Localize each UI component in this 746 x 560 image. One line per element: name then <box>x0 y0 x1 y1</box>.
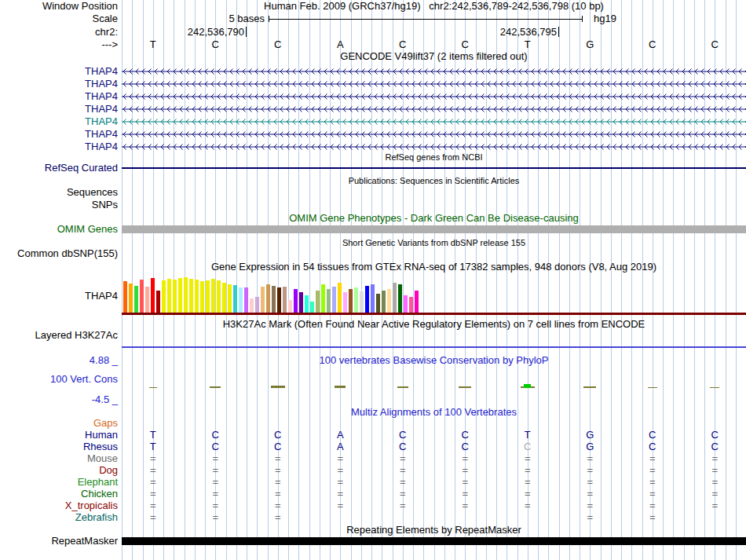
gencode-track-title[interactable]: GENCODE V49lift37 (2 items filtered out) <box>122 51 746 62</box>
alignment-cell: C <box>496 441 559 452</box>
gtex-track-title[interactable]: Gene Expression in 54 tissues from GTEx … <box>122 262 746 273</box>
gtex-tissue-bar[interactable] <box>266 284 270 313</box>
gtex-tissue-bar[interactable] <box>376 294 380 313</box>
gtex-tissue-bar[interactable] <box>255 297 259 313</box>
gtex-tissue-bar[interactable] <box>409 297 413 313</box>
gtex-tissue-bar[interactable] <box>343 292 347 313</box>
gtex-expression-bars[interactable] <box>123 276 420 313</box>
gtex-tissue-bar[interactable] <box>415 291 419 313</box>
alignment-cell: = <box>122 453 185 464</box>
gtex-tissue-bar[interactable] <box>140 280 144 313</box>
gtex-tissue-bar[interactable] <box>305 295 309 313</box>
conservation-mark <box>149 387 157 388</box>
gtex-tissue-bar[interactable] <box>310 302 314 313</box>
dbsnp-track-title[interactable]: Short Genetic Variants from dbSNP releas… <box>122 238 746 247</box>
gtex-tissue-bar[interactable] <box>288 300 292 313</box>
gtex-tissue-bar[interactable] <box>404 295 408 313</box>
conservation-mark <box>648 387 657 388</box>
multiz-track-title[interactable]: Multiz Alignments of 100 Vertebrates <box>122 407 746 418</box>
gtex-tissue-bar[interactable] <box>134 286 138 313</box>
base-ruler[interactable]: TCCACCTGCC <box>122 39 746 50</box>
gtex-tissue-bar[interactable] <box>250 298 254 313</box>
alignment-cell: C <box>185 430 247 441</box>
repeatmasker-track-title[interactable]: Repeating Elements by RepeatMasker <box>122 525 746 536</box>
publications-track-title[interactable]: Publications: Sequences in Scientific Ar… <box>122 176 746 185</box>
omim-gene-item[interactable] <box>122 225 746 233</box>
h3k27ac-track-title[interactable]: H3K27Ac Mark (Often Found Near Active Re… <box>122 319 746 330</box>
gtex-tissue-bar[interactable] <box>189 279 193 313</box>
gtex-tissue-bar[interactable] <box>360 291 364 313</box>
alignment-cell: C <box>621 441 684 452</box>
omim-track-title[interactable]: OMIM Gene Phenotypes - Dark Green Can Be… <box>122 213 746 224</box>
conservation-track-title[interactable]: 100 vertebrates Basewise Conservation by… <box>122 355 746 366</box>
alignment-row[interactable]: TCCACCTGCC <box>122 430 746 441</box>
alignment-row[interactable]: ========== <box>122 465 746 476</box>
transcript-line[interactable] <box>122 104 746 114</box>
transcript-line[interactable] <box>122 92 746 101</box>
gtex-tissue-bar[interactable] <box>239 287 243 313</box>
gtex-tissue-bar[interactable] <box>382 291 386 313</box>
assembly-label: hg19 <box>594 13 616 24</box>
conservation-wiggle[interactable] <box>122 377 746 388</box>
gtex-tissue-bar[interactable] <box>316 291 320 313</box>
species-label: X_tropicalis <box>0 500 118 511</box>
gtex-tissue-bar[interactable] <box>129 284 133 313</box>
gtex-tissue-bar[interactable] <box>200 281 204 313</box>
transcript-line[interactable] <box>122 79 746 89</box>
transcript-line[interactable] <box>122 130 746 139</box>
gtex-tissue-bar[interactable] <box>228 284 232 313</box>
gtex-tissue-bar[interactable] <box>349 289 353 313</box>
alignment-row[interactable]: ===== <box>122 512 746 523</box>
gtex-tissue-bar[interactable] <box>184 277 188 313</box>
gtex-tissue-bar[interactable] <box>167 279 171 313</box>
gtex-tissue-bar[interactable] <box>398 284 402 313</box>
alignment-row[interactable]: ========== <box>122 453 746 464</box>
gtex-tissue-bar[interactable] <box>277 287 281 313</box>
gtex-tissue-bar[interactable] <box>195 280 199 313</box>
alignment-cell: = <box>309 500 372 511</box>
gtex-tissue-bar[interactable] <box>338 283 342 313</box>
transcript-line[interactable] <box>122 142 746 152</box>
gtex-tissue-bar[interactable] <box>294 289 298 313</box>
gtex-tissue-bar[interactable] <box>354 287 358 313</box>
gtex-tissue-bar[interactable] <box>387 289 391 313</box>
gtex-tissue-bar[interactable] <box>156 291 160 313</box>
gtex-tissue-bar[interactable] <box>321 284 325 313</box>
refseq-track-title[interactable]: RefSeq genes from NCBI <box>122 152 746 162</box>
gtex-tissue-bar[interactable] <box>123 281 127 313</box>
gtex-tissue-bar[interactable] <box>371 284 375 313</box>
gtex-tissue-bar[interactable] <box>393 283 397 313</box>
gtex-tissue-bar[interactable] <box>327 289 331 313</box>
alignment-row[interactable]: ========== <box>122 489 746 500</box>
gtex-tissue-bar[interactable] <box>283 287 287 313</box>
gtex-gene-model-line[interactable] <box>122 313 746 315</box>
gtex-tissue-bar[interactable] <box>206 280 210 313</box>
alignment-cell: = <box>434 477 497 488</box>
gtex-tissue-bar[interactable] <box>162 280 166 313</box>
gtex-tissue-bar[interactable] <box>151 278 155 313</box>
gtex-tissue-bar[interactable] <box>211 279 215 313</box>
gtex-tissue-bar[interactable] <box>272 286 276 313</box>
gtex-tissue-bar[interactable] <box>178 278 182 313</box>
alignment-cell: C <box>684 430 746 441</box>
gtex-tissue-bar[interactable] <box>332 287 336 313</box>
gtex-tissue-bar[interactable] <box>299 292 303 313</box>
repeatmasker-item[interactable] <box>122 537 746 545</box>
alignment-row[interactable]: TCCACCCGCC <box>122 441 746 452</box>
gtex-tissue-bar[interactable] <box>217 280 221 313</box>
gtex-tissue-bar[interactable] <box>173 280 177 313</box>
alignment-row[interactable]: ========== <box>122 477 746 488</box>
gtex-tissue-bar[interactable] <box>233 285 237 313</box>
coord-left-tick <box>246 27 247 37</box>
transcript-line[interactable] <box>122 117 746 126</box>
gtex-tissue-bar[interactable] <box>261 287 265 313</box>
alignment-row[interactable]: ========== <box>122 500 746 511</box>
transcript-label: THAP4 <box>0 116 118 127</box>
gtex-tissue-bar[interactable] <box>365 286 369 313</box>
refseq-curated-item[interactable] <box>122 167 746 169</box>
gtex-tissue-bar[interactable] <box>222 283 226 313</box>
gtex-tissue-bar[interactable] <box>244 287 248 313</box>
alignment-cell: = <box>434 465 497 476</box>
gtex-tissue-bar[interactable] <box>145 287 149 313</box>
transcript-line[interactable] <box>122 67 746 76</box>
